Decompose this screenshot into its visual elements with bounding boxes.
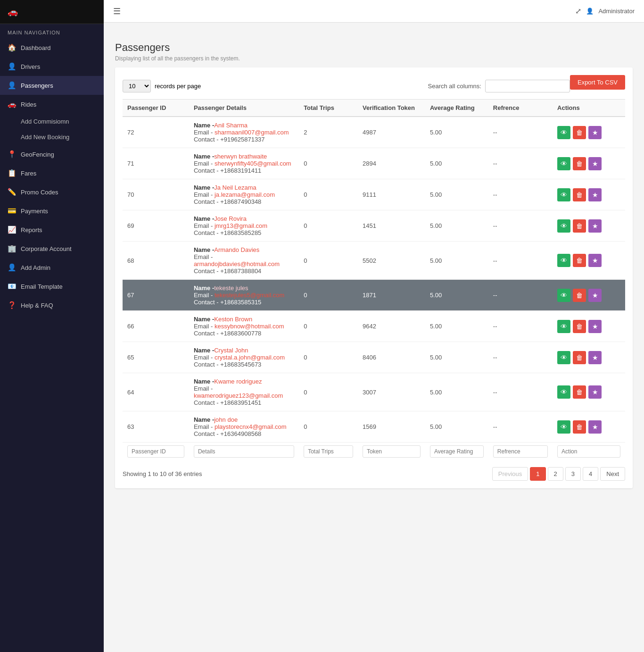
filter-token-input[interactable] [363, 445, 421, 458]
filter-action-input[interactable] [557, 445, 620, 458]
sidebar-item-geofencing[interactable]: 📍 GeoFencing [0, 145, 104, 164]
sidebar-item-fares[interactable]: 📋 Fares [0, 164, 104, 183]
pagination: Previous 1 2 3 4 Next [492, 467, 625, 481]
help-icon: ❓ [8, 301, 16, 309]
hamburger-button[interactable]: ☰ [113, 6, 121, 17]
sidebar-item-reports[interactable]: 📈 Reports [0, 220, 104, 239]
rides-icon: 🚗 [8, 100, 16, 109]
view-button[interactable]: 👁 [557, 385, 570, 399]
action-buttons: 👁 🗑 ★ [557, 289, 620, 302]
delete-button[interactable]: 🗑 [573, 188, 586, 201]
delete-button[interactable]: 🗑 [573, 385, 586, 399]
filter-id-input[interactable] [127, 445, 184, 458]
cell-actions: 👁 🗑 ★ [553, 373, 625, 411]
action-buttons: 👁 🗑 ★ [557, 254, 620, 267]
star-button[interactable]: ★ [588, 157, 602, 170]
expand-icon[interactable]: ⤢ [575, 7, 581, 16]
cell-details: Name -Kwame rodriguez Email - kwamerodri… [189, 373, 299, 411]
sidebar-item-add-admin[interactable]: 👤 Add Admin [0, 258, 104, 277]
star-button[interactable]: ★ [588, 219, 602, 233]
delete-button[interactable]: 🗑 [573, 289, 586, 302]
cell-actions: 👁 🗑 ★ [553, 311, 625, 342]
delete-button[interactable]: 🗑 [573, 126, 586, 139]
sidebar-item-label: Email Template [21, 283, 63, 290]
cell-details: Name -tekeste jules Email - tekestejules… [189, 280, 299, 311]
sidebar-item-label: Fares [21, 170, 36, 177]
per-page-area: 10 25 50 100 records per page [123, 80, 201, 92]
cell-details: Name -john doe Email - playstorecnx4@gma… [189, 411, 299, 443]
col-passenger-details: Passenger Details [189, 100, 299, 117]
col-passenger-id: Passenger ID [123, 100, 189, 117]
passenger-contact: Contact - +18683545673 [194, 361, 294, 368]
passenger-contact: Contact - +18683191411 [194, 167, 294, 174]
sidebar-item-rides[interactable]: 🚗 Rides [0, 95, 104, 114]
view-button[interactable]: 👁 [557, 157, 570, 170]
view-button[interactable]: 👁 [557, 351, 570, 364]
search-input[interactable] [485, 80, 570, 92]
sidebar-item-email-template[interactable]: 📧 Email Template [0, 277, 104, 296]
cell-token: 9642 [358, 311, 425, 342]
delete-button[interactable]: 🗑 [573, 320, 586, 333]
sidebar-item-corporate-account[interactable]: 🏢 Corporate Account [0, 239, 104, 258]
sidebar-item-add-commission[interactable]: Add Commisiomn [0, 114, 104, 129]
view-button[interactable]: 👁 [557, 320, 570, 333]
cell-trips: 0 [299, 373, 358, 411]
prev-button[interactable]: Previous [492, 467, 528, 481]
star-button[interactable]: ★ [588, 351, 602, 364]
col-total-trips: Total Trips [299, 100, 358, 117]
sidebar-item-label: Payments [21, 208, 48, 215]
sidebar-item-drivers[interactable]: 👤 Drivers [0, 57, 104, 76]
table-row: 67 Name -tekeste jules Email - tekesteju… [123, 280, 625, 311]
delete-button[interactable]: 🗑 [573, 351, 586, 364]
passenger-email: Email - armandojbdavies@hotmail.com [194, 253, 294, 267]
delete-button[interactable]: 🗑 [573, 420, 586, 434]
table-row: 72 Name -Anil Sharma Email - sharmaanil0… [123, 117, 625, 148]
cell-rating: 5.00 [425, 117, 488, 148]
export-csv-button[interactable]: Export To CSV [570, 75, 625, 90]
sidebar-item-promo-codes[interactable]: ✏️ Promo Codes [0, 183, 104, 201]
cell-details: Name -Anil Sharma Email - sharmaanil007@… [189, 117, 299, 148]
star-button[interactable]: ★ [588, 385, 602, 399]
filter-rating-input[interactable] [430, 445, 484, 458]
filter-refrence-input[interactable] [493, 445, 548, 458]
page-1-button[interactable]: 1 [530, 467, 545, 481]
action-buttons: 👁 🗑 ★ [557, 219, 620, 233]
next-button[interactable]: Next [600, 467, 625, 481]
view-button[interactable]: 👁 [557, 289, 570, 302]
filter-trips-input[interactable] [304, 445, 353, 458]
per-page-select[interactable]: 10 25 50 100 [123, 80, 151, 92]
cell-refrence: -- [488, 210, 553, 242]
view-button[interactable]: 👁 [557, 219, 570, 233]
star-button[interactable]: ★ [588, 254, 602, 267]
sidebar-item-passengers[interactable]: 👤 Passengers [0, 76, 104, 95]
star-button[interactable]: ★ [588, 320, 602, 333]
filter-details-input[interactable] [194, 445, 294, 458]
sidebar-item-label: Passengers [21, 82, 53, 89]
delete-button[interactable]: 🗑 [573, 254, 586, 267]
view-button[interactable]: 👁 [557, 420, 570, 434]
star-button[interactable]: ★ [588, 289, 602, 302]
cell-refrence: -- [488, 242, 553, 280]
passenger-email: Email - ja.lezama@gmail.com [194, 191, 294, 198]
action-buttons: 👁 🗑 ★ [557, 157, 620, 170]
delete-button[interactable]: 🗑 [573, 157, 586, 170]
star-button[interactable]: ★ [588, 126, 602, 139]
logo-icon: 🚗 [8, 7, 18, 17]
star-button[interactable]: ★ [588, 188, 602, 201]
sidebar-item-help-faq[interactable]: ❓ Help & FAQ [0, 296, 104, 315]
view-button[interactable]: 👁 [557, 254, 570, 267]
view-button[interactable]: 👁 [557, 126, 570, 139]
passenger-name: Name -Anil Sharma [194, 122, 294, 129]
star-button[interactable]: ★ [588, 420, 602, 434]
cell-actions: 👁 🗑 ★ [553, 148, 625, 179]
sidebar-item-add-new-booking[interactable]: Add New Booking [0, 129, 104, 145]
sidebar-item-dashboard[interactable]: 🏠 Dashboard [0, 38, 104, 57]
cell-token: 8406 [358, 342, 425, 373]
delete-button[interactable]: 🗑 [573, 219, 586, 233]
sidebar-item-payments[interactable]: 💳 Payments [0, 201, 104, 220]
view-button[interactable]: 👁 [557, 188, 570, 201]
page-2-button[interactable]: 2 [548, 467, 563, 481]
col-refrence: Refrence [488, 100, 553, 117]
page-4-button[interactable]: 4 [583, 467, 598, 481]
page-3-button[interactable]: 3 [565, 467, 581, 481]
